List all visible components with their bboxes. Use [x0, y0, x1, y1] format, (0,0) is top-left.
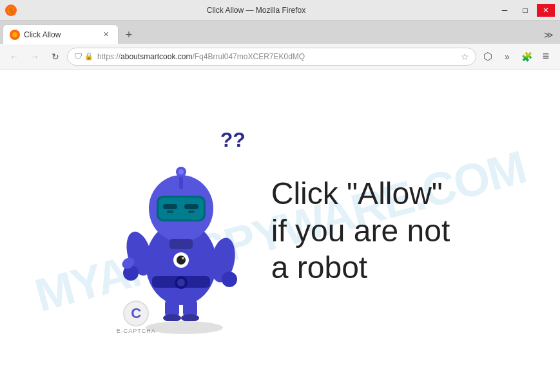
address-icons: 🛡 🔒 — [74, 51, 93, 61]
new-tab-button[interactable]: + — [120, 26, 138, 44]
captcha-logo: C — [123, 301, 149, 326]
title-bar: Click Allow — Mozilla Firefox ─ □ ✕ — [0, 0, 560, 21]
svg-point-17 — [179, 169, 184, 174]
svg-point-3 — [12, 32, 17, 37]
captcha-area: C E-CAPTCHA — [117, 301, 156, 334]
page-content: MYANTISPYWARE.COM ?? — [0, 70, 560, 392]
close-button[interactable]: ✕ — [537, 4, 555, 17]
tab-favicon — [10, 30, 20, 40]
forward-button[interactable]: → — [26, 48, 44, 66]
back-button[interactable]: ← — [5, 48, 23, 66]
captcha-label: E-CAPTCHA — [117, 328, 156, 334]
toolbar-right: ⬡ » 🧩 ≡ — [479, 48, 555, 66]
minimize-button[interactable]: ─ — [496, 4, 514, 17]
reload-button[interactable]: ↻ — [46, 48, 64, 66]
firefox-icon — [5, 5, 17, 16]
tab-overflow-button[interactable]: ≫ — [539, 26, 557, 44]
tab-label: Click Allow — [24, 30, 96, 39]
title-text: Click Allow — Mozilla Firefox — [17, 6, 496, 15]
svg-rect-13 — [167, 210, 173, 213]
svg-point-29 — [177, 256, 186, 265]
window-controls: ─ □ ✕ — [496, 4, 555, 17]
robot-shadow — [146, 321, 223, 334]
menu-button[interactable]: ≡ — [537, 48, 555, 66]
text-section: Click "Allow" if you are not a robot — [271, 175, 450, 286]
tab-bar: Click Allow ✕ + ≫ — [0, 21, 560, 44]
address-text: https://aboutsmartcook.com/Fq4Brrul047mo… — [97, 52, 457, 61]
url-prefix: https:// — [97, 52, 121, 61]
svg-rect-11 — [163, 204, 177, 209]
bookmark-star-icon[interactable]: ☆ — [461, 51, 469, 62]
svg-rect-12 — [184, 204, 198, 209]
tab-click-allow[interactable]: Click Allow ✕ — [3, 24, 119, 44]
lock-icon: 🔒 — [84, 52, 93, 61]
robot-container: ?? — [110, 122, 258, 341]
svg-point-7 — [177, 279, 185, 286]
address-bar[interactable]: 🛡 🔒 https://aboutsmartcook.com/Fq4Brrul0… — [67, 48, 476, 66]
svg-rect-14 — [188, 210, 195, 213]
main-text-line3: a robot — [271, 249, 450, 286]
shield-icon: 🛡 — [74, 51, 82, 61]
more-tools-button[interactable]: » — [498, 48, 516, 66]
svg-point-23 — [222, 272, 237, 287]
pocket-button[interactable]: ⬡ — [479, 48, 497, 66]
svg-rect-18 — [169, 239, 193, 249]
url-domain: aboutsmartcook.com — [121, 52, 192, 61]
maximize-button[interactable]: □ — [516, 4, 534, 17]
svg-rect-15 — [179, 175, 183, 189]
svg-point-30 — [182, 257, 184, 259]
url-path: /Fq4Brrul047moXCER7EK0dMQ — [192, 52, 305, 61]
robot-illustration — [117, 135, 246, 321]
extensions-button[interactable]: 🧩 — [517, 48, 536, 66]
main-text-line1: Click "Allow" — [271, 175, 450, 212]
tab-close-button[interactable]: ✕ — [100, 29, 111, 41]
content-inner: ?? — [97, 109, 463, 353]
titlebar-left — [5, 5, 17, 16]
main-text-line2: if you are not — [271, 212, 450, 250]
navigation-bar: ← → ↻ 🛡 🔒 https://aboutsmartcook.com/Fq4… — [0, 44, 560, 70]
